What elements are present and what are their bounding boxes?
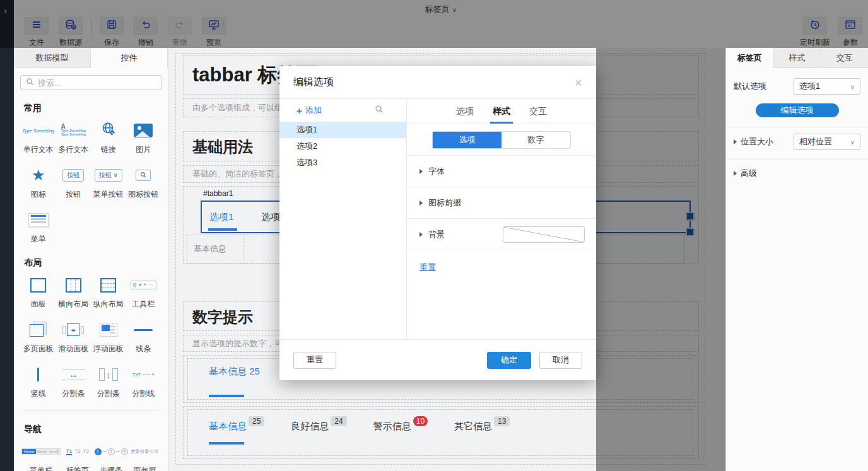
tab-tabbar-props[interactable]: 标签页: [726, 48, 773, 68]
collapse-strip[interactable]: ›: [0, 0, 14, 471]
option-detail-panel: 选项 样式 交互 选项 数字 字体 图标前缀 背景: [407, 99, 596, 339]
widget-v-line[interactable]: 竖线: [21, 364, 56, 399]
option-search-icon[interactable]: [375, 105, 384, 116]
reset-button[interactable]: 重置: [293, 352, 336, 369]
widget-toolbar[interactable]: Q ▾ + ⋯ 工具栏: [127, 275, 161, 310]
badge-tab-row: 基本信息25 良好信息24 警示信息10 其它信息13: [209, 421, 510, 433]
modal-tab-option[interactable]: 选项: [456, 99, 474, 124]
tab-widgets[interactable]: 控件: [91, 48, 168, 68]
style-reset-link[interactable]: 重置: [419, 262, 596, 273]
caret-right-icon: [734, 171, 737, 176]
caret-right-icon: [419, 169, 423, 174]
widget-floating-panel[interactable]: 浮动面板: [91, 320, 126, 354]
menu-widget-icon: [28, 213, 49, 227]
default-option-select[interactable]: 选项1 ∨: [794, 78, 860, 95]
widget-sliding-panel[interactable]: ◂▸ 滑动面板: [57, 320, 91, 354]
widget-id-tag: #tabbar1: [201, 189, 235, 198]
position-size-collapse[interactable]: 位置大小: [734, 136, 773, 148]
line-icon: [134, 329, 153, 331]
tab-item[interactable]: 基本信息25: [209, 421, 264, 433]
widget-split-bar-v[interactable]: ↕ 分割条: [91, 364, 126, 399]
widget-tabbar[interactable]: T1T2T3 标签页: [62, 441, 93, 471]
steps-icon: 1 2 3: [95, 448, 128, 455]
count-badge-red: 10: [413, 416, 428, 426]
widget-link[interactable]: 链接: [91, 120, 126, 155]
accordion-icon-prefix[interactable]: 图标前缀: [407, 187, 596, 219]
edit-options-modal: 编辑选项 × + 添加 选项1 选项2 选项3 选项 样式 交互: [279, 66, 596, 380]
divider: [726, 127, 868, 127]
modal-title: 编辑选项: [293, 76, 334, 89]
tab-data-model[interactable]: 数据模型: [14, 48, 91, 68]
option-item-1[interactable]: 选项1: [279, 122, 406, 138]
tab-item[interactable]: 良好信息24: [291, 421, 346, 433]
cancel-button[interactable]: 取消: [539, 352, 582, 369]
widget-icon-button[interactable]: 图标按钮: [127, 165, 161, 200]
widget-icon[interactable]: ★ 图标: [21, 165, 56, 200]
widget-search[interactable]: [20, 75, 161, 90]
widget-h-layout[interactable]: 横向布局: [57, 275, 91, 310]
option-list-panel: + 添加 选项1 选项2 选项3: [279, 99, 407, 339]
section-divider: [21, 410, 160, 411]
widget-line[interactable]: 线条: [127, 320, 161, 354]
group-title-common: 常用: [24, 103, 160, 114]
option-item-3[interactable]: 选项3: [279, 154, 406, 171]
ok-button[interactable]: 确定: [487, 352, 531, 369]
accordion-font[interactable]: 字体: [407, 156, 596, 187]
widget-button[interactable]: 按钮 按钮: [57, 165, 91, 200]
position-select[interactable]: 相对位置 ∨: [794, 134, 860, 150]
caret-right-icon: [419, 201, 423, 206]
widget-breadcrumb[interactable]: 主页›分页›分页 面包屑: [129, 441, 160, 471]
modal-header: 编辑选项 ×: [279, 66, 596, 99]
modal-tab-style[interactable]: 样式: [493, 99, 510, 124]
segmented-control: 选项 数字: [432, 131, 571, 149]
widget-split-bar-h[interactable]: ↔ 分割条: [57, 364, 91, 399]
h-layout-icon: [66, 278, 81, 293]
modal-tab-interaction[interactable]: 交互: [529, 99, 547, 124]
tab-item[interactable]: 其它信息13: [454, 421, 510, 433]
widget-split-line[interactable]: TXT▾ 分割线: [127, 364, 161, 399]
widget-single-line-text[interactable]: Type Something 单行文本: [21, 120, 56, 155]
active-tab-underline: [208, 228, 237, 231]
count-badge: 24: [331, 416, 346, 426]
tab-interaction[interactable]: 交互: [821, 48, 868, 68]
segment-number[interactable]: 数字: [501, 132, 570, 148]
option-item-2[interactable]: 选项2: [279, 138, 406, 154]
tab-item[interactable]: 警示信息10: [373, 421, 428, 433]
widget-steps[interactable]: 1 2 3 步骤条: [95, 441, 128, 471]
search-input[interactable]: [38, 78, 156, 88]
caret-right-icon: [734, 139, 737, 144]
panel-divider: [243, 235, 243, 263]
multi-line-text-icon: A Type Something Type Something: [61, 125, 86, 136]
divider: [726, 160, 868, 160]
widget-panel[interactable]: 面板: [21, 275, 56, 310]
widget-menu[interactable]: 菜单: [21, 210, 56, 245]
widget-tab-option1[interactable]: 选项1: [209, 211, 233, 223]
menu-button-icon: 按钮 ∨: [95, 169, 122, 182]
edit-options-button[interactable]: 编辑选项: [756, 103, 839, 117]
widget-image[interactable]: 图片: [127, 120, 161, 155]
modal-mask-right: [596, 48, 725, 471]
add-option-button[interactable]: + 添加: [296, 105, 322, 116]
star-icon: ★: [32, 168, 45, 183]
widget-grid-layout: 面板 横向布局 纵向布局 Q ▾ + ⋯ 工具栏 多页面板 ◂▸: [21, 275, 160, 399]
background-color-swatch[interactable]: [503, 226, 585, 243]
tab-item[interactable]: 基本信息 25: [209, 366, 260, 378]
menubar-icon: HomeItem1Item2: [21, 448, 61, 455]
widget-v-layout[interactable]: 纵向布局: [91, 275, 126, 310]
widget-menubar[interactable]: HomeItem1Item2 菜单栏: [21, 441, 61, 471]
sidebar-tabs: 数据模型 控件: [14, 48, 168, 68]
widget-multi-page-panel[interactable]: 多页面板: [21, 320, 56, 354]
icon-button-icon: [136, 170, 151, 181]
group-title-nav: 导航: [24, 424, 160, 435]
close-icon[interactable]: ×: [575, 76, 582, 89]
globe-link-icon: [100, 121, 117, 140]
segment-option[interactable]: 选项: [433, 132, 501, 148]
widget-grid-nav: HomeItem1Item2 菜单栏 T1T2T3 标签页 1 2 3 步骤条: [21, 441, 160, 471]
sliding-panel-icon: ◂▸: [62, 323, 84, 336]
accordion-background[interactable]: 背景: [407, 219, 596, 250]
tab-style[interactable]: 样式: [773, 48, 820, 68]
widget-menu-button[interactable]: 按钮 ∨ 菜单按钮: [91, 165, 126, 200]
button-icon: 按钮: [62, 169, 84, 182]
advanced-collapse[interactable]: 高级: [734, 168, 757, 179]
widget-multi-line-text[interactable]: A Type Something Type Something 多行文本: [57, 120, 91, 155]
